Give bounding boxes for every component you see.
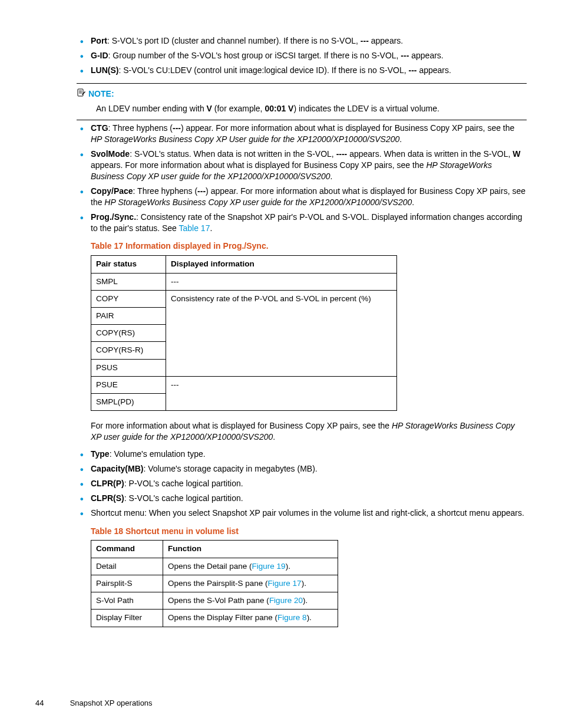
t: ). [286, 562, 290, 571]
term-prog: Prog./Sync. [91, 212, 136, 222]
cell: SMPL [91, 273, 166, 290]
term-type: Type [91, 449, 110, 459]
t: ) appear. For more information about wha… [181, 123, 514, 133]
t: Opens the Display Filter pane ( [168, 613, 277, 622]
t: ). [307, 613, 312, 622]
t: . [399, 134, 402, 144]
dash: --- [409, 65, 417, 75]
dash: --- [401, 51, 409, 60]
t: For more information about what is displ… [91, 421, 392, 430]
term-clprp: CLPR(P) [91, 479, 124, 488]
t: . [330, 172, 333, 181]
t: : Three hyphens ( [108, 123, 173, 133]
link-figure-19[interactable]: Figure 19 [252, 562, 286, 571]
text: : S-VOL's port ID (cluster and channel n… [107, 36, 361, 45]
tail: appears. [417, 65, 451, 75]
list-item-lun: LUN(S): S-VOL's CU:LDEV (control unit im… [77, 65, 527, 76]
term-gid: G-ID [91, 51, 108, 60]
note-pre: An LDEV number ending with [96, 104, 207, 113]
link-figure-20[interactable]: Figure 20 [269, 596, 303, 605]
th-pair-status: Pair status [91, 256, 166, 273]
t: : Volume's emulation type. [110, 449, 206, 459]
note-icon [77, 88, 86, 101]
w: W [513, 149, 520, 159]
list-item-svolmode: SvolMode: S-VOL's status. When data is n… [77, 149, 527, 182]
term-lun: LUN(S) [91, 65, 118, 75]
table-row: Display Filter Opens the Display Filter … [91, 610, 338, 627]
list-item-clprp: CLPR(P): P-VOL's cache logical partition… [77, 478, 527, 489]
cell: PSUS [91, 359, 166, 376]
page-content: Port: S-VOL's port ID (cluster and chann… [77, 35, 527, 627]
cell: S-Vol Path [91, 592, 163, 610]
link-table-17[interactable]: Table 17 [179, 223, 210, 233]
list-item-port: Port: S-VOL's port ID (cluster and chann… [77, 35, 527, 47]
cell: COPY(RS-R) [91, 342, 166, 359]
note-post: ) indicates the LDEV is a virtual volume… [293, 104, 439, 113]
dash: --- [197, 186, 206, 196]
cell: Opens the Display Filter pane (Figure 8)… [163, 610, 338, 627]
cell: Opens the S-Vol Path pane (Figure 20). [163, 592, 338, 610]
table-header-row: Pair status Displayed information [91, 256, 397, 273]
table-17-caption: Table 17 Information displayed in Prog./… [91, 241, 527, 252]
term-cap: Capacity(MB) [91, 464, 143, 473]
text: : Group number of the S-VOL's host group… [108, 51, 401, 60]
th-displayed-info: Displayed information [166, 256, 397, 273]
t: . [210, 223, 212, 233]
svg-rect-0 [78, 89, 83, 96]
table-row: COPY Consistency rate of the P-VOL and S… [91, 290, 397, 307]
th-command: Command [91, 541, 163, 558]
list-item-clprs: CLPR(S): S-VOL's cache logical partition… [77, 493, 527, 504]
cell: --- [166, 273, 397, 290]
list-item-progsync: Prog./Sync.: Consistency rate of the Sna… [77, 212, 527, 234]
t: Opens the Detail pane ( [168, 562, 252, 571]
table-row: PSUE --- [91, 376, 397, 393]
t: Opens the S-Vol Path pane ( [168, 596, 269, 605]
cell: Opens the Detail pane (Figure 19). [163, 558, 338, 575]
cell: Opens the Pairsplit-S pane (Figure 17). [163, 575, 338, 592]
t: appears. When data is written in the S-V… [347, 149, 513, 159]
tail: appears. [409, 51, 443, 60]
th-function: Function [163, 541, 338, 558]
link-figure-17[interactable]: Figure 17 [268, 579, 302, 588]
note-ex: 00:01 V [265, 104, 293, 113]
note-mid: (for example, [212, 104, 265, 113]
term-ctg: CTG [91, 123, 108, 133]
cell: Consistency rate of the P-VOL and S-VOL … [166, 290, 397, 376]
definition-list-1: Port: S-VOL's port ID (cluster and chann… [77, 35, 527, 76]
dash: ---- [336, 149, 348, 159]
t: . [273, 432, 275, 442]
table-row: Pairsplit-S Opens the Pairsplit-S pane (… [91, 575, 338, 592]
list-item-type: Type: Volume's emulation type. [77, 449, 527, 460]
note-v: V [207, 104, 212, 113]
cell: Detail [91, 558, 163, 575]
table-row: SMPL --- [91, 273, 397, 290]
note-body: An LDEV number ending with V (for exampl… [96, 103, 527, 114]
cell: Display Filter [91, 610, 163, 627]
list-item-shortcut: Shortcut menu: When you select Snapshot … [77, 508, 527, 519]
ref: HP StorageWorks Business Copy XP user gu… [104, 197, 412, 207]
t: ). [302, 579, 306, 588]
divider [77, 120, 527, 120]
tail: appears. [369, 36, 403, 45]
divider [77, 83, 527, 84]
t: Shortcut menu: When you select Snapshot … [91, 508, 524, 518]
table-18-caption: Table 18 Shortcut menu in volume list [91, 526, 527, 537]
t: : P-VOL's cache logical partition. [124, 479, 243, 488]
cell: COPY [91, 290, 166, 307]
t: : Consistency rate of the Snapshot XP pa… [91, 212, 523, 233]
t: : S-VOL's cache logical partition. [124, 493, 243, 503]
link-figure-8[interactable]: Figure 8 [277, 613, 307, 622]
dash: --- [361, 36, 369, 45]
t: ). [303, 596, 308, 605]
cell: COPY(RS) [91, 325, 166, 342]
note-label: NOTE: [88, 89, 114, 98]
page-number: 44 [35, 698, 68, 709]
t: : Three hyphens ( [133, 186, 197, 196]
term-svol: SvolMode [91, 149, 130, 159]
table-18: Command Function Detail Opens the Detail… [91, 540, 338, 627]
list-item-ctg: CTG: Three hyphens (---) appear. For mor… [77, 123, 527, 145]
cell: SMPL(PD) [91, 394, 166, 411]
paragraph: For more information about what is displ… [91, 420, 527, 443]
table-17: Pair status Displayed information SMPL -… [91, 255, 397, 411]
t: appears. For more information about what… [91, 160, 426, 170]
